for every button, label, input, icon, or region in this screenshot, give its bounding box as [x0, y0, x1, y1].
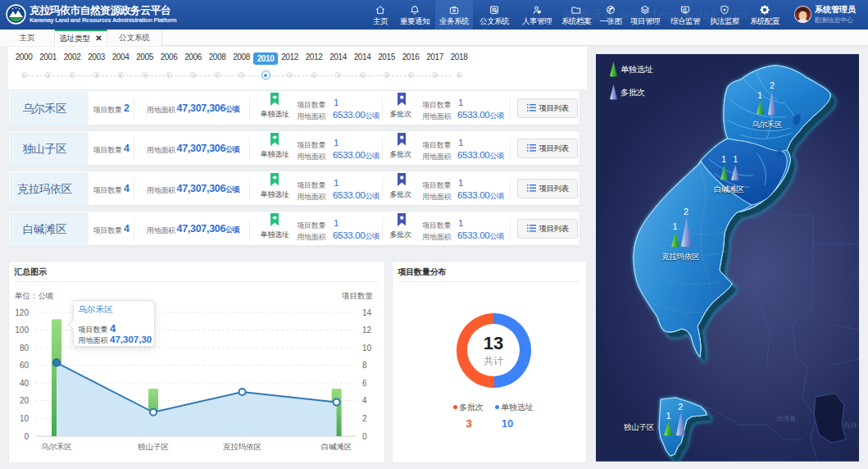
svg-text:6: 6: [362, 379, 367, 388]
svg-text:40: 40: [20, 379, 30, 388]
svg-text:4: 4: [362, 396, 367, 405]
svg-text:8: 8: [362, 361, 367, 370]
svg-text:12: 12: [362, 326, 372, 335]
svg-text:石河子: 石河子: [843, 421, 859, 429]
svg-text:20: 20: [20, 396, 30, 405]
svg-text:80: 80: [20, 344, 30, 353]
svg-text:14: 14: [362, 308, 372, 317]
svg-text:10: 10: [362, 344, 372, 353]
svg-text:白碱滩区: 白碱滩区: [321, 442, 352, 451]
svg-text:0: 0: [362, 432, 367, 441]
svg-text:120: 120: [15, 308, 29, 317]
svg-text:克拉玛依区: 克拉玛依区: [223, 442, 262, 451]
svg-text:0: 0: [24, 432, 29, 441]
svg-text:100: 100: [15, 326, 29, 335]
svg-text:60: 60: [20, 361, 30, 370]
svg-text:沙湾县: 沙湾县: [776, 415, 796, 422]
svg-text:独山子区: 独山子区: [138, 442, 169, 451]
svg-text:10: 10: [20, 414, 30, 423]
svg-text:乌尔禾区: 乌尔禾区: [41, 442, 72, 451]
svg-text:2: 2: [362, 414, 367, 423]
